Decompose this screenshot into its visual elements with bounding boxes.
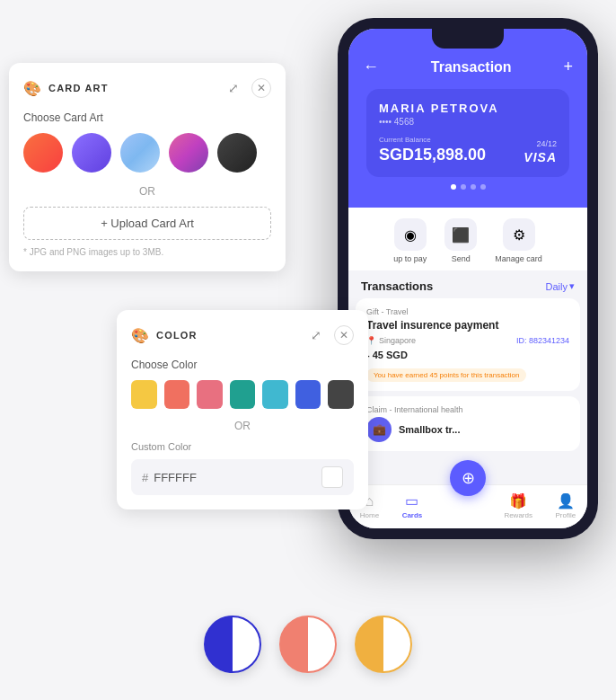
swatch-teal[interactable] xyxy=(230,380,256,409)
or-divider-1: OR xyxy=(23,185,271,198)
card-art-circles xyxy=(23,133,271,173)
color-preview-box xyxy=(321,466,343,488)
cards-icon: ▭ xyxy=(405,492,418,509)
phone-body: ◉ up to pay ⬛ Send ⚙ Manage card Transac… xyxy=(348,208,587,484)
credit-card: MARIA PETROVA •••• 4568 Current Balance … xyxy=(366,89,569,177)
balance-label: Current Balance xyxy=(379,136,486,144)
color-panel-title-group: 🎨 COLOR xyxy=(131,327,198,344)
color-panel-header: 🎨 COLOR ⤢ ✕ xyxy=(131,324,354,346)
tx2-row: 💼 Smallbox tr... xyxy=(366,417,569,442)
swatch-blue[interactable] xyxy=(295,380,321,409)
color-icon: 🎨 xyxy=(131,327,149,344)
fab-button[interactable]: ⊕ xyxy=(450,460,486,496)
swatch-pink[interactable] xyxy=(197,380,223,409)
rewards-icon: 🎁 xyxy=(509,492,527,509)
choose-card-art-label: Choose Card Art xyxy=(23,111,271,124)
home-label: Home xyxy=(360,511,379,519)
tx1-category: Gift - Travel xyxy=(366,307,569,316)
send-icon: ⬛ xyxy=(444,218,477,251)
card-holder-name: MARIA PETROVA xyxy=(379,102,557,115)
nav-rewards[interactable]: 🎁 Rewards xyxy=(504,492,532,519)
card-icon: 🎨 xyxy=(23,80,41,97)
card-balance: SGD15,898.00 xyxy=(379,146,486,164)
move-button[interactable]: ⤢ xyxy=(223,77,244,99)
phone-notch xyxy=(432,29,504,49)
daily-label: Daily xyxy=(546,281,568,292)
hash-sign: # xyxy=(142,471,148,484)
or-divider-2: OR xyxy=(131,420,354,432)
tx1-location: 📍 Singapore xyxy=(366,336,416,345)
add-button[interactable]: + xyxy=(563,58,573,76)
back-button[interactable]: ← xyxy=(363,58,379,76)
card-brand: VISA xyxy=(524,150,557,164)
close-color-panel-button[interactable]: ✕ xyxy=(334,325,354,345)
send-label: Send xyxy=(452,254,471,263)
hex-value[interactable]: FFFFFF xyxy=(154,471,316,484)
tx2-avatar: 💼 xyxy=(366,417,392,442)
tx1-location-text: Singapore xyxy=(379,336,416,345)
swatch-cyan[interactable] xyxy=(262,380,288,409)
phone-screen: ← Transaction + MARIA PETROVA •••• 4568 … xyxy=(348,29,587,528)
card-art-title: CARD ART xyxy=(48,83,109,93)
card-expiry: 24/12 xyxy=(524,139,557,148)
upload-card-art-button[interactable]: + Upload Card Art xyxy=(23,207,271,240)
color-panel-title: COLOR xyxy=(156,330,198,341)
action-tap-to-pay[interactable]: ◉ up to pay xyxy=(393,218,427,263)
upload-note: * JPG and PNG images up to 3MB. xyxy=(23,247,271,257)
circle-pink-purple[interactable] xyxy=(169,133,208,173)
circle-orange[interactable] xyxy=(23,133,63,173)
actions-row: ◉ up to pay ⬛ Send ⚙ Manage card xyxy=(348,208,587,270)
bottom-circle-gold[interactable] xyxy=(355,616,412,673)
bottom-circle-salmon[interactable] xyxy=(279,616,337,673)
swatch-yellow[interactable] xyxy=(131,380,157,409)
card-balance-group: Current Balance SGD15,898.00 xyxy=(379,136,486,164)
tx1-amount: - 45 SGD xyxy=(366,350,569,360)
bottom-color-circles xyxy=(204,616,412,673)
card-number: •••• 4568 xyxy=(379,117,557,127)
tx1-name: Travel insurence payment xyxy=(366,319,569,332)
profile-label: Profile xyxy=(556,511,576,519)
swatch-dark[interactable] xyxy=(328,380,354,409)
panel-actions: ⤢ ✕ xyxy=(223,77,271,99)
dot-3[interactable] xyxy=(471,184,476,190)
phone-shell: ← Transaction + MARIA PETROVA •••• 4568 … xyxy=(338,18,598,539)
action-send[interactable]: ⬛ Send xyxy=(444,218,477,263)
tx2-name: Smallbox tr... xyxy=(399,424,460,435)
transactions-title: Transactions xyxy=(361,279,433,293)
page-title: Transaction xyxy=(431,59,512,75)
color-swatches xyxy=(131,380,354,409)
choose-color-label: Choose Color xyxy=(131,359,354,371)
tx1-meta: 📍 Singapore ID: 882341234 xyxy=(366,336,569,345)
tap-to-pay-icon: ◉ xyxy=(394,218,427,251)
dot-4[interactable] xyxy=(480,184,486,190)
profile-icon: 👤 xyxy=(557,492,575,509)
card-art-panel-header: 🎨 CARD ART ⤢ ✕ xyxy=(23,77,271,99)
transaction-item-1[interactable]: Gift - Travel Travel insurence payment 📍… xyxy=(356,298,580,391)
color-move-button[interactable]: ⤢ xyxy=(305,324,327,346)
close-card-art-button[interactable]: ✕ xyxy=(251,78,271,98)
card-dots xyxy=(363,177,573,193)
circle-purple[interactable] xyxy=(72,133,111,173)
transaction-item-2[interactable]: Claim - International health 💼 Smallbox … xyxy=(356,396,580,451)
card-art-panel: 🎨 CARD ART ⤢ ✕ Choose Card Art OR + Uplo… xyxy=(9,63,286,271)
transactions-header: Transactions Daily ▾ xyxy=(348,270,587,298)
card-brand-group: 24/12 VISA xyxy=(524,139,557,164)
dot-1[interactable] xyxy=(451,184,456,190)
bottom-circle-blue[interactable] xyxy=(204,616,261,673)
custom-color-input[interactable]: # FFFFFF xyxy=(131,459,354,495)
tx1-badge: You have earned 45 points for this trans… xyxy=(366,368,526,382)
color-panel-actions: ⤢ ✕ xyxy=(305,324,354,346)
manage-card-label: Manage card xyxy=(495,254,542,263)
panel-title-group: 🎨 CARD ART xyxy=(23,80,109,97)
rewards-label: Rewards xyxy=(504,511,532,519)
phone-wrapper: ← Transaction + MARIA PETROVA •••• 4568 … xyxy=(338,18,598,539)
daily-dropdown[interactable]: Daily ▾ xyxy=(546,280,575,292)
circle-dark[interactable] xyxy=(217,133,257,173)
action-manage-card[interactable]: ⚙ Manage card xyxy=(495,218,542,263)
color-panel: 🎨 COLOR ⤢ ✕ Choose Color OR Custom Color… xyxy=(117,310,368,509)
nav-profile[interactable]: 👤 Profile xyxy=(556,492,576,519)
nav-cards[interactable]: ▭ Cards xyxy=(402,492,423,519)
swatch-salmon[interactable] xyxy=(164,380,190,409)
dot-2[interactable] xyxy=(461,184,466,190)
circle-blue-gradient[interactable] xyxy=(120,133,160,173)
